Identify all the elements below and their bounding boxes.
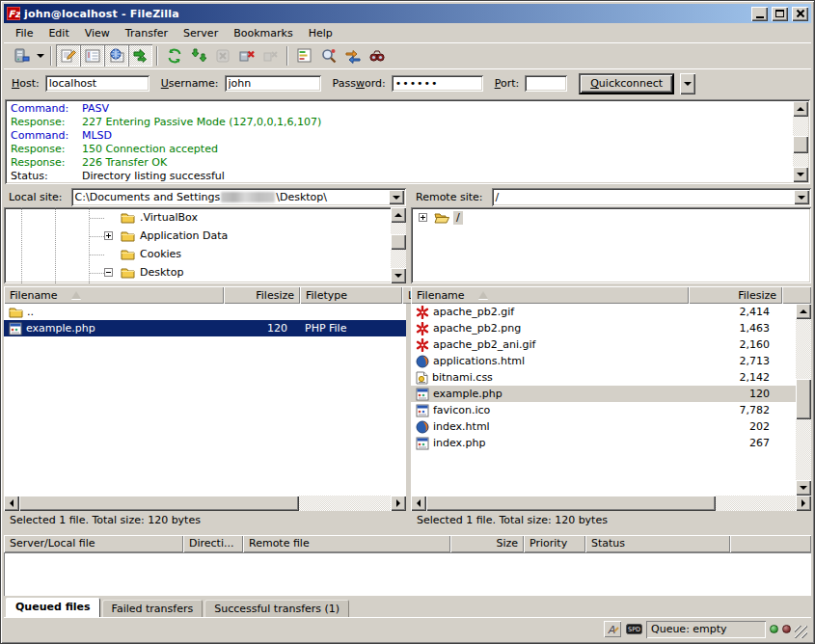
scroll-thumb[interactable] — [19, 496, 299, 511]
file-row[interactable]: apache_pb2.gif2,414 — [411, 304, 796, 320]
file-row[interactable]: apache_pb2.png1,463 — [411, 320, 796, 336]
cancel-operation-button[interactable] — [210, 44, 234, 67]
file-row[interactable]: applications.html2,713 — [411, 353, 796, 369]
maximize-button[interactable] — [772, 7, 788, 21]
minimize-button[interactable] — [751, 7, 768, 21]
file-row[interactable]: .. — [4, 304, 406, 320]
file-row[interactable]: index.html202 — [411, 418, 796, 435]
toggle-local-tree-button[interactable] — [80, 44, 104, 67]
queue-column-priority[interactable]: Priority — [524, 535, 585, 552]
menu-item-help[interactable]: Help — [301, 25, 340, 41]
tree-item-label: Cookies — [137, 248, 184, 261]
column-header-filename[interactable]: Filename — [4, 286, 224, 304]
message-log-scrollbar[interactable] — [793, 101, 808, 182]
tab-successful-transfers-1-[interactable]: Successful transfers (1) — [204, 600, 349, 617]
queue-column-server-local-file[interactable]: Server/Local file — [4, 535, 183, 552]
column-header-filesize[interactable]: Filesize — [689, 286, 782, 304]
tree-item-application-data[interactable]: Application Data — [4, 228, 391, 246]
queue-column-directi-[interactable]: Directi... — [183, 535, 243, 552]
scroll-down-button[interactable] — [796, 480, 811, 496]
disconnect-button[interactable] — [234, 44, 258, 67]
scroll-thumb[interactable] — [426, 496, 716, 511]
close-button[interactable] — [792, 7, 808, 21]
menu-item-bookmarks[interactable]: Bookmarks — [226, 25, 300, 41]
resize-grip[interactable] — [795, 626, 807, 638]
toggle-queue-button[interactable] — [128, 44, 152, 67]
file-cell-name: apache_pb2.png — [411, 320, 689, 336]
scroll-down-button[interactable] — [793, 167, 808, 182]
titlebar[interactable]: Fz john@localhost - FileZilla — [4, 4, 811, 23]
quickconnect-dropdown-button[interactable] — [680, 73, 695, 94]
local-site-dropdown-button[interactable] — [389, 190, 404, 204]
scroll-up-button[interactable] — [391, 207, 406, 223]
log-line-label: Status: — [11, 170, 82, 183]
password-input[interactable] — [392, 75, 483, 92]
scroll-down-button[interactable] — [391, 268, 406, 283]
host-input[interactable] — [45, 75, 149, 92]
column-header-filesize[interactable]: Filesize — [224, 286, 300, 304]
username-input[interactable] — [225, 75, 321, 92]
menu-item-view[interactable]: View — [77, 25, 118, 41]
scroll-up-button[interactable] — [796, 304, 811, 319]
menu-item-file[interactable]: File — [8, 25, 41, 41]
file-row[interactable]: bitnami.css2,142 — [411, 369, 796, 386]
toggle-message-log-button[interactable] — [56, 44, 80, 67]
refresh-button[interactable] — [162, 44, 186, 67]
speed-limits-indicator[interactable]: SPD — [625, 621, 642, 637]
sync-browsing-button[interactable] — [340, 44, 365, 67]
scroll-thumb[interactable] — [391, 234, 406, 250]
process-queue-button[interactable] — [186, 44, 210, 67]
scroll-right-button[interactable] — [796, 496, 811, 511]
scroll-left-button[interactable] — [4, 496, 19, 511]
collapse-icon[interactable] — [104, 268, 113, 277]
port-input[interactable] — [525, 75, 567, 92]
local-site-combobox[interactable]: C:\Documents and Settings\Desktop\ — [71, 188, 406, 206]
site-manager-dropdown-button[interactable] — [34, 44, 46, 67]
menu-item-edit[interactable]: Edit — [41, 25, 76, 41]
queue-column-status[interactable]: Status — [585, 535, 730, 552]
local-horizontal-scrollbar[interactable] — [4, 496, 406, 511]
menu-item-server[interactable]: Server — [176, 25, 226, 41]
remote-horizontal-scrollbar[interactable] — [411, 496, 811, 511]
reconnect-button[interactable] — [258, 44, 283, 67]
queue-column-size[interactable]: Size — [450, 535, 524, 552]
toggle-remote-tree-button[interactable] — [104, 44, 128, 67]
filter-button[interactable] — [292, 44, 316, 67]
local-tree-scrollbar[interactable] — [391, 207, 406, 283]
remote-site-combobox[interactable]: / — [492, 188, 811, 206]
column-header-filetype[interactable]: Filetype — [300, 286, 402, 304]
file-row[interactable]: index.php267 — [411, 435, 796, 451]
tab-queued-files[interactable]: Queued files — [6, 598, 100, 617]
file-row[interactable]: favicon.ico7,782 — [411, 402, 796, 418]
tab-label: Successful transfers (1) — [214, 603, 340, 615]
tree-item-cookies[interactable]: Cookies — [4, 246, 391, 264]
tree-item-root[interactable]: / — [411, 209, 811, 228]
expand-icon[interactable] — [104, 231, 113, 240]
tree-item-desktop[interactable]: Desktop — [4, 264, 391, 282]
queue-column-remote-file[interactable]: Remote file — [243, 535, 450, 552]
file-row[interactable]: example.php120PHP File1 — [4, 320, 406, 336]
tree-item--virtualbox[interactable]: .VirtualBox — [4, 209, 391, 228]
scroll-left-button[interactable] — [411, 496, 426, 511]
column-header-filename[interactable]: Filename — [411, 286, 689, 304]
queue-column-blank[interactable] — [730, 535, 811, 552]
remote-list-scrollbar[interactable] — [796, 304, 811, 496]
toolbar-separator — [50, 46, 52, 66]
scroll-up-button[interactable] — [793, 101, 808, 117]
transfer-type-indicator[interactable]: A — [604, 621, 621, 637]
remote-site-dropdown-button[interactable] — [794, 190, 809, 204]
file-row[interactable]: apache_pb2_ani.gif2,160 — [411, 336, 796, 353]
tab-failed-transfers[interactable]: Failed transfers — [102, 600, 204, 617]
scroll-thumb[interactable] — [796, 379, 811, 419]
site-manager-button[interactable] — [10, 44, 34, 67]
file-cell-size: 2,142 — [689, 369, 782, 386]
message-log: Command:PASVResponse:227 Entering Passiv… — [5, 99, 810, 184]
menu-item-transfer[interactable]: Transfer — [118, 25, 176, 41]
find-files-button[interactable] — [365, 44, 389, 67]
expand-icon[interactable] — [419, 213, 427, 222]
quickconnect-button[interactable]: Quickconnect — [579, 73, 674, 94]
file-row[interactable]: example.php120 — [411, 386, 796, 402]
scroll-thumb[interactable] — [793, 136, 808, 153]
scroll-right-button[interactable] — [391, 496, 406, 511]
compare-button[interactable] — [316, 44, 340, 67]
